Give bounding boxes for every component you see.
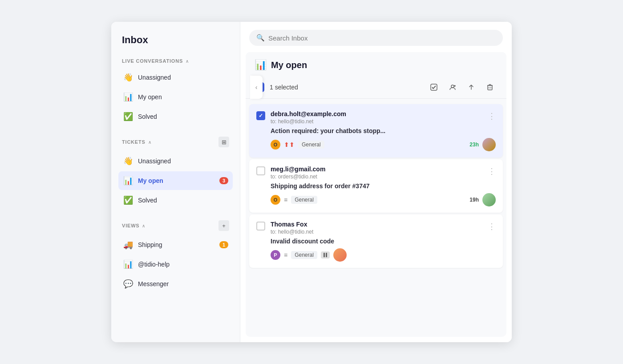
section-tickets: TICKETS ∧ ⊞ 👋 Unassigned 📊 My open 3 ✅ S…	[118, 135, 233, 210]
mark-resolved-button[interactable]	[426, 80, 441, 95]
search-bar-wrapper: 🔍	[240, 22, 512, 52]
conv-priority-icon-1: ⬆⬆	[284, 142, 295, 148]
conv-pause-icon-3	[321, 251, 330, 259]
conv-subject-3: Invalid discount code	[271, 238, 496, 245]
conv-checkbox-2[interactable]	[256, 166, 265, 175]
live-conversations-chevron[interactable]: ∧	[186, 59, 189, 64]
conv-from-2: meg.li@gmail.com	[271, 166, 496, 173]
live-conversations-label: LIVE CONVERSATIONS	[122, 58, 183, 64]
sidebar-item-live-my-open[interactable]: 📊 My open	[118, 88, 233, 106]
wave-icon-live: 👋	[123, 72, 134, 83]
conv-more-menu-3[interactable]: ⋮	[486, 220, 498, 233]
search-icon: 🔍	[256, 34, 265, 42]
conv-subject-2: Shipping address for order #3747	[271, 182, 496, 190]
merge-button[interactable]	[464, 80, 479, 95]
conv-meta-2: O ≡ General 19h	[271, 193, 496, 206]
conv-from-1: debra.holt@example.com	[271, 110, 496, 117]
sidebar-item-tickets-unassigned[interactable]: 👋 Unassigned	[118, 152, 233, 170]
tickets-solved-label: Solved	[138, 197, 228, 204]
conv-to-1: to: hello@tidio.net	[271, 118, 496, 125]
messenger-icon: 💬	[123, 279, 134, 289]
conversation-item-1[interactable]: debra.holt@example.com to: hello@tidio.n…	[249, 104, 503, 158]
conv-time-2: 19h	[469, 197, 479, 203]
conv-panel-header: 📊 My open	[246, 52, 506, 76]
app-container: Inbox LIVE CONVERSATIONS ∧ 👋 Unassigned …	[111, 22, 512, 342]
view-tidio-help-label: @tidio-help	[138, 261, 228, 268]
tickets-my-open-label: My open	[138, 177, 219, 184]
section-header-tickets: TICKETS ∧ ⊞	[118, 135, 233, 149]
check-icon-tickets: ✅	[123, 195, 134, 206]
view-shipping-label: Shipping	[138, 241, 219, 248]
sidebar-item-view-shipping[interactable]: 🚚 Shipping 1	[118, 235, 233, 254]
conv-tag-3: General	[291, 251, 317, 259]
live-unassigned-label: Unassigned	[138, 74, 228, 81]
sidebar-item-tickets-solved[interactable]: ✅ Solved	[118, 191, 233, 210]
conv-body-2: meg.li@gmail.com to: orders@tidio.net Sh…	[271, 166, 496, 206]
views-add-button[interactable]: +	[218, 220, 229, 231]
chart-icon-views: 📊	[123, 259, 134, 270]
section-header-live: LIVE CONVERSATIONS ∧	[118, 57, 233, 65]
conv-body-3: Thomas Fox to: hello@tidio.net Invalid d…	[271, 221, 496, 262]
truck-icon: 🚚	[123, 239, 134, 250]
section-views: VIEWS ∧ + 🚚 Shipping 1 📊 @tidio-help 💬 M…	[118, 218, 233, 293]
conv-body-1: debra.holt@example.com to: hello@tidio.n…	[271, 110, 496, 151]
conversation-item-2[interactable]: meg.li@gmail.com to: orders@tidio.net Sh…	[249, 159, 503, 213]
conv-priority-low-3: ≡	[284, 251, 287, 259]
views-chevron[interactable]: ∧	[142, 223, 145, 228]
conv-status-dot-2: O	[271, 195, 280, 205]
sidebar-item-live-unassigned[interactable]: 👋 Unassigned	[118, 68, 233, 87]
selection-count: 1 selected	[270, 84, 421, 91]
conv-meta-1: O ⬆⬆ General 23h	[271, 138, 496, 151]
section-header-views: VIEWS ∧ +	[118, 218, 233, 233]
conv-checkbox-3[interactable]	[256, 222, 265, 231]
tickets-unassigned-label: Unassigned	[138, 158, 228, 165]
conv-status-dot-3: P	[271, 250, 280, 260]
conv-priority-low-2: ≡	[284, 196, 287, 203]
sidebar-item-view-tidio-help[interactable]: 📊 @tidio-help	[118, 255, 233, 274]
panel-title-icon: 📊	[255, 59, 267, 71]
search-bar: 🔍	[249, 30, 503, 46]
conv-checkbox-1[interactable]	[256, 111, 265, 120]
sidebar-collapse-button[interactable]: ‹	[250, 76, 263, 99]
conv-time-1: 23h	[469, 142, 479, 148]
sidebar-item-view-messenger[interactable]: 💬 Messenger	[118, 275, 233, 293]
conv-to-3: to: hello@tidio.net	[271, 229, 496, 235]
section-live-conversations: LIVE CONVERSATIONS ∧ 👋 Unassigned 📊 My o…	[118, 57, 233, 126]
check-icon-live: ✅	[123, 111, 134, 122]
conv-more-menu-2[interactable]: ⋮	[486, 165, 498, 178]
view-shipping-badge: 1	[219, 241, 228, 248]
assign-button[interactable]	[445, 80, 460, 95]
live-my-open-label: My open	[138, 93, 228, 101]
conv-avatar-3	[333, 248, 347, 262]
chart-icon-tickets: 📊	[123, 175, 134, 186]
selection-actions	[426, 80, 498, 95]
tickets-add-button[interactable]: ⊞	[218, 137, 229, 147]
main-panel: 🔍 📊 My open 1 selected	[240, 22, 512, 342]
tickets-label: TICKETS	[122, 139, 146, 145]
conv-tag-1: General	[298, 141, 324, 149]
tickets-chevron[interactable]: ∧	[148, 140, 151, 145]
views-label: VIEWS	[122, 223, 139, 228]
sidebar: Inbox LIVE CONVERSATIONS ∧ 👋 Unassigned …	[111, 22, 240, 342]
live-solved-label: Solved	[138, 113, 228, 120]
svg-point-1	[451, 85, 454, 88]
conversation-item-3[interactable]: Thomas Fox to: hello@tidio.net Invalid d…	[249, 214, 503, 268]
conv-status-dot-1: O	[271, 140, 280, 150]
view-messenger-label: Messenger	[138, 280, 228, 287]
sidebar-item-tickets-my-open[interactable]: 📊 My open 3	[118, 171, 233, 190]
conv-tag-2: General	[291, 196, 317, 204]
chart-icon-live: 📊	[123, 92, 134, 102]
sidebar-item-live-solved[interactable]: ✅ Solved	[118, 107, 233, 126]
conversation-panel: 📊 My open 1 selected	[246, 52, 506, 337]
conv-meta-3: P ≡ General	[271, 248, 496, 262]
delete-button[interactable]	[482, 80, 498, 95]
conv-avatar-2	[482, 193, 496, 206]
panel-title: My open	[271, 60, 307, 70]
conv-to-2: to: orders@tidio.net	[271, 174, 496, 180]
search-input[interactable]	[268, 34, 496, 42]
wave-icon-tickets: 👋	[123, 156, 134, 166]
selection-bar: 1 selected	[246, 76, 506, 99]
sidebar-title: Inbox	[118, 34, 233, 46]
conv-from-3: Thomas Fox	[271, 221, 496, 228]
conv-more-menu-1[interactable]: ⋮	[486, 109, 498, 123]
